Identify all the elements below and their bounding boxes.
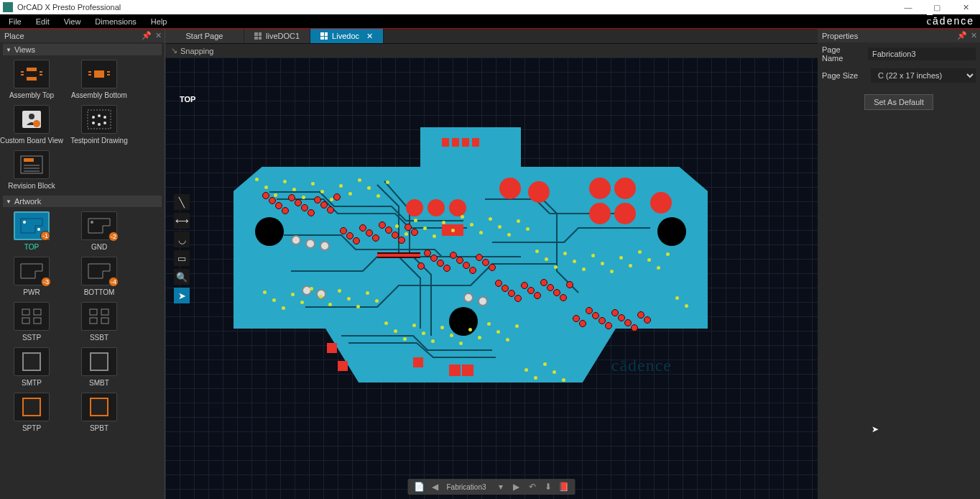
svg-rect-3: [21, 74, 24, 75]
menubar: File Edit View Dimensions Help ādence: [0, 14, 980, 29]
menu-view[interactable]: View: [57, 16, 88, 27]
pagesize-select[interactable]: C (22 x 17 inches): [871, 68, 976, 83]
svg-point-26: [23, 221, 26, 224]
tool-measure[interactable]: ⟷: [174, 213, 190, 229]
menu-file[interactable]: File: [1, 16, 29, 27]
artwork-pwr[interactable]: -3PWR: [3, 257, 60, 296]
artwork-bottom[interactable]: -4BOTTOM: [70, 257, 128, 296]
svg-rect-7: [88, 71, 91, 73]
tool-rect[interactable]: ▭: [174, 250, 190, 266]
tool-zoom[interactable]: 🔍: [174, 269, 190, 285]
bb-prev-icon[interactable]: ◀: [427, 480, 442, 493]
artwork-smbt[interactable]: SMBT: [70, 347, 128, 387]
place-panel-title: Place: [4, 32, 24, 40]
svg-rect-29: [22, 309, 29, 315]
bb-next-icon[interactable]: ▶: [509, 480, 524, 493]
close-button[interactable]: ✕: [951, 0, 980, 14]
svg-point-12: [29, 114, 34, 119]
app-icon: [3, 2, 13, 12]
pin-icon[interactable]: 📌: [142, 31, 152, 40]
artwork-gnd[interactable]: -2GND: [70, 211, 128, 251]
svg-point-27: [37, 228, 40, 231]
view-assembly-bottom[interactable]: Assembly Bottom: [70, 60, 128, 99]
properties-sidebar: Properties 📌 ✕ Page Name Page Size C (22…: [818, 29, 980, 499]
svg-rect-6: [94, 70, 104, 78]
place-panel-header: Place 📌 ✕: [0, 29, 165, 42]
snapping-icon[interactable]: ↘: [171, 46, 177, 55]
svg-rect-5: [40, 74, 42, 75]
artwork-top[interactable]: -1TOP: [3, 211, 60, 251]
svg-rect-9: [107, 71, 110, 73]
svg-rect-10: [107, 74, 110, 75]
views-section-header[interactable]: Views: [3, 44, 162, 55]
svg-rect-30: [34, 309, 41, 315]
svg-point-17: [103, 116, 106, 119]
maximize-button[interactable]: ▢: [923, 0, 951, 14]
svg-rect-2: [21, 71, 24, 73]
artwork-sptp[interactable]: SPTP: [3, 393, 60, 432]
artwork-section-header[interactable]: Artwork: [3, 196, 162, 207]
svg-point-13: [33, 120, 40, 127]
pcb-board: document.write(Array.from({length:60},(_…: [234, 127, 708, 386]
svg-rect-0: [27, 68, 37, 71]
tool-column: ╲ ⟷ ◡ ▭ 🔍 ➤: [174, 194, 191, 303]
artwork-spbt[interactable]: SPBT: [70, 393, 128, 432]
pcb-brand-logo: cādence: [611, 356, 672, 375]
close-icon[interactable]: ✕: [971, 31, 977, 40]
artwork-sstp[interactable]: SSTP: [3, 302, 60, 342]
bb-undo-icon[interactable]: ↶: [525, 480, 540, 493]
bottom-toolbar: 📄 ◀ Fabrication3 ▾ ▶ ↶ ⬇ 📕: [407, 479, 575, 495]
svg-rect-22: [24, 158, 34, 162]
set-default-button[interactable]: Set As Default: [864, 94, 933, 110]
view-assembly-top[interactable]: Assembly Top: [3, 60, 60, 99]
properties-title: Properties: [822, 32, 858, 40]
menu-dimensions[interactable]: Dimensions: [88, 16, 143, 27]
svg-point-19: [98, 123, 101, 126]
pin-icon[interactable]: 📌: [957, 31, 967, 40]
svg-rect-33: [90, 309, 97, 315]
snapping-label[interactable]: Snapping: [180, 47, 214, 55]
pagesize-label: Page Size: [822, 71, 865, 80]
canvas-layer-label: TOP: [180, 95, 195, 104]
tab-start-page[interactable]: Start Page: [165, 29, 244, 43]
svg-rect-32: [34, 318, 41, 324]
place-sidebar: Place 📌 ✕ Views Assembly Top Assembly Bo…: [0, 29, 165, 499]
pagename-input[interactable]: [868, 47, 976, 60]
tool-arc[interactable]: ◡: [174, 232, 190, 247]
pcb-canvas[interactable]: TOP: [165, 58, 818, 499]
titlebar: OrCAD X Presto Professional — ▢ ✕: [0, 0, 980, 14]
properties-header: Properties 📌 ✕: [818, 29, 980, 42]
bb-delete-icon[interactable]: 📕: [557, 480, 571, 493]
tab-livedoc1[interactable]: liveDOC1: [244, 29, 310, 43]
tab-close-icon[interactable]: ✕: [366, 32, 373, 41]
tab-livedoc[interactable]: Livedoc✕: [310, 29, 384, 43]
svg-point-18: [92, 122, 95, 124]
svg-rect-14: [88, 110, 111, 129]
bb-down-icon[interactable]: ⬇: [541, 480, 555, 493]
minimize-button[interactable]: —: [894, 0, 923, 14]
snapping-bar: ↘ Snapping: [165, 43, 818, 58]
svg-point-20: [103, 122, 106, 124]
svg-point-28: [91, 221, 93, 224]
brand-logo: ādence: [927, 15, 974, 27]
artwork-ssbt[interactable]: SSBT: [70, 302, 128, 342]
svg-point-16: [98, 114, 101, 117]
tool-line[interactable]: ╲: [174, 194, 190, 210]
view-revision-block[interactable]: Revision Block: [3, 150, 60, 190]
tool-select[interactable]: ➤: [174, 288, 190, 303]
svg-rect-35: [90, 318, 97, 324]
bb-doc-name[interactable]: Fabrication3: [443, 483, 491, 491]
view-testpoint[interactable]: Testpoint Drawing: [70, 105, 128, 145]
tabbar: Start Page liveDOC1 Livedoc✕: [165, 29, 818, 43]
menu-help[interactable]: Help: [144, 16, 175, 27]
bb-add-page-icon[interactable]: 📄: [412, 480, 426, 493]
svg-rect-8: [88, 74, 91, 75]
pagename-label: Page Name: [822, 45, 862, 63]
bb-dropdown-icon[interactable]: ▾: [494, 480, 508, 493]
close-icon[interactable]: ✕: [155, 31, 162, 40]
content-area: Start Page liveDOC1 Livedoc✕ ↘ Snapping …: [165, 29, 818, 499]
svg-rect-1: [27, 77, 37, 81]
view-custom-board[interactable]: Custom Board View: [3, 105, 60, 145]
menu-edit[interactable]: Edit: [29, 16, 57, 27]
artwork-smtp[interactable]: SMTP: [3, 347, 60, 387]
